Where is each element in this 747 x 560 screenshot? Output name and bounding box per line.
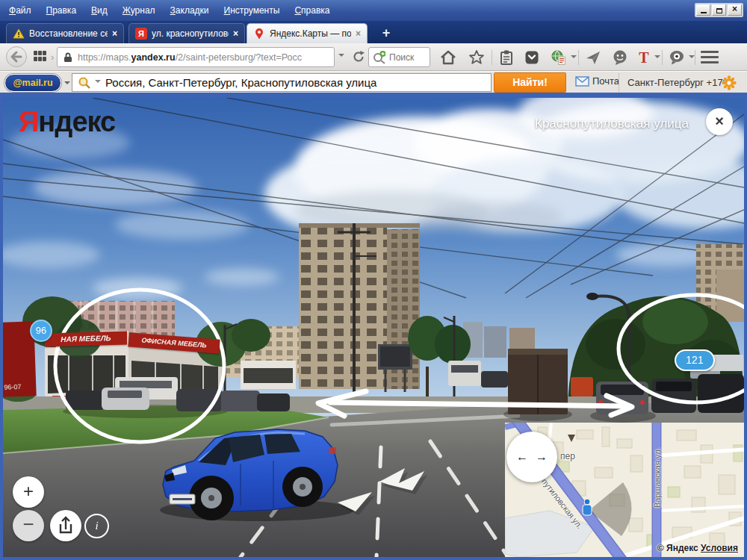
tab-title: Яндекс.Карты — подробна... xyxy=(270,28,351,39)
menu-edit[interactable]: Правка xyxy=(46,5,77,16)
mail-link[interactable]: Почта xyxy=(575,75,619,87)
dropdown-icon[interactable] xyxy=(654,55,660,61)
terms-link[interactable]: Условия xyxy=(701,543,738,553)
maximize-icon xyxy=(716,8,722,13)
panorama-viewport: 96-07 НАЯ МЕБЕЛЬ ОФИСНАЯ МЕБЕЛЬ Яндекс К… xyxy=(3,98,744,557)
url-text: https://maps.yandex.ru/2/saint-petersbur… xyxy=(78,52,302,63)
map-pin-icon xyxy=(253,28,265,40)
menu-tools[interactable]: Инструменты xyxy=(224,5,280,16)
chat-smiley-icon[interactable] xyxy=(611,49,629,66)
menu-history[interactable]: Журнал xyxy=(123,5,155,16)
dropdown-icon[interactable] xyxy=(689,55,695,61)
menu-view[interactable]: Вид xyxy=(91,5,108,16)
mailru-logo[interactable]: @mail.ru xyxy=(4,74,61,92)
house-marker-121[interactable]: 121 xyxy=(675,349,715,371)
window-controls: × xyxy=(695,3,743,17)
envelope-icon xyxy=(575,76,589,87)
clipboard-icon[interactable] xyxy=(498,49,515,66)
menu-bar: Файл Правка Вид Журнал Закладки Инструме… xyxy=(0,0,747,21)
minimize-icon xyxy=(701,12,707,13)
lock-icon xyxy=(62,52,74,63)
tab-title: Восстановление сессии xyxy=(29,28,108,39)
navigation-toolbar: › https://maps.yandex.ru/2/saint-petersb… xyxy=(0,43,747,71)
toolbar-separator xyxy=(662,50,663,65)
menu-file[interactable]: Файл xyxy=(9,5,31,16)
close-window-button[interactable]: × xyxy=(728,4,742,16)
search-box[interactable] xyxy=(368,47,430,67)
minimap-street-label: Варшавская ул. xyxy=(653,447,662,508)
mailru-search-input[interactable] xyxy=(104,75,486,90)
minimap-copyright: © Яндекс Условия xyxy=(657,543,738,553)
toolbar-separator xyxy=(492,50,492,65)
url-dropdown-icon[interactable] xyxy=(338,54,344,60)
pan-right-icon[interactable]: → xyxy=(536,450,548,464)
menu-bookmarks[interactable]: Закладки xyxy=(170,5,209,16)
menu-help[interactable]: Справка xyxy=(294,5,329,16)
tab-close-icon[interactable]: × xyxy=(233,28,238,39)
panorama-close-button[interactable]: × xyxy=(706,108,733,135)
tab-yandex-maps[interactable]: Яндекс.Карты — подробна... × xyxy=(247,23,368,43)
send-plane-icon[interactable] xyxy=(584,49,602,66)
home-icon[interactable] xyxy=(439,49,457,66)
tab-title: ул. краснопутиловская 96-... xyxy=(152,28,229,39)
text-addon-icon[interactable]: T xyxy=(636,49,651,66)
house-marker-96[interactable]: 96 xyxy=(30,320,52,342)
find-button[interactable]: Найти! xyxy=(494,72,566,93)
warning-icon xyxy=(13,28,25,40)
new-tab-button[interactable]: + xyxy=(376,25,396,40)
zoom-out-button[interactable]: − xyxy=(13,510,44,541)
info-button[interactable]: i xyxy=(84,514,109,538)
minimap[interactable]: Краснопутиловская ул. Варшавская ул. пер… xyxy=(505,423,744,557)
share-icon xyxy=(50,510,81,541)
browser-window: Файл Правка Вид Журнал Закладки Инструме… xyxy=(0,0,747,560)
mailru-dropdown-icon[interactable] xyxy=(64,81,70,87)
store-sign-left: НАЯ МЕБЕЛЬ xyxy=(45,332,127,347)
yandex-favicon: Я xyxy=(135,28,147,40)
translate-globe-icon[interactable] xyxy=(550,49,568,66)
reload-button[interactable] xyxy=(351,49,366,64)
hamburger-menu-icon[interactable] xyxy=(701,51,719,63)
tab-search-results[interactable]: Я ул. краснопутиловская 96-... × xyxy=(128,23,245,43)
tab-session-restore[interactable]: Восстановление сессии × xyxy=(6,23,124,43)
tab-bar: Восстановление сессии × Я ул. краснопути… xyxy=(0,21,747,43)
tab-close-icon[interactable]: × xyxy=(356,28,361,39)
chevron-separator-icon: › xyxy=(51,52,54,63)
toolbar-separator xyxy=(619,73,619,92)
minimap-pan-control[interactable]: ← → xyxy=(506,432,557,482)
search-icon xyxy=(372,50,385,65)
maximize-button[interactable] xyxy=(712,4,726,16)
street-title: Краснопутиловская улица xyxy=(535,116,689,131)
eye-bubble-icon[interactable] xyxy=(668,49,686,66)
minimap-street-label: пер xyxy=(560,451,575,461)
mailru-search-field[interactable] xyxy=(72,73,492,92)
tiles-icon[interactable] xyxy=(34,51,48,63)
magnifier-icon xyxy=(77,75,92,90)
weather-widget[interactable]: Санкт-Петербург +17°C xyxy=(627,77,734,88)
zoom-in-button[interactable]: + xyxy=(13,476,44,508)
gear-icon[interactable] xyxy=(720,74,738,92)
share-button[interactable] xyxy=(50,510,81,541)
yandex-logo[interactable]: Яндекс xyxy=(19,105,115,138)
search-input[interactable] xyxy=(388,52,427,63)
dropdown-icon[interactable] xyxy=(571,55,577,61)
pan-left-icon[interactable]: ← xyxy=(516,450,528,464)
bookmark-star-icon[interactable] xyxy=(468,49,486,66)
dropdown-icon[interactable] xyxy=(95,80,101,86)
minimize-button[interactable] xyxy=(696,4,710,16)
back-button[interactable] xyxy=(6,46,27,67)
pocket-icon[interactable] xyxy=(523,49,541,66)
url-bar[interactable]: https://maps.yandex.ru/2/saint-petersbur… xyxy=(57,47,335,67)
mailru-toolbar: @mail.ru Найти! Почта Санкт-Петербург +1… xyxy=(0,71,747,93)
close-icon: × xyxy=(728,4,741,14)
toolbar-separator xyxy=(578,50,579,65)
tab-close-icon[interactable]: × xyxy=(112,28,117,39)
toolbar-separator xyxy=(695,50,695,65)
